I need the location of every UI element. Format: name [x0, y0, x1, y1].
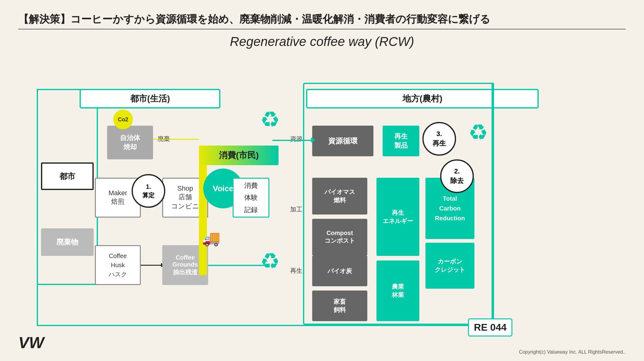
- consumption-detail-box: 消費 体験 記録: [233, 178, 269, 218]
- header-divider: [18, 29, 626, 29]
- shigen-arrow: [272, 140, 312, 141]
- rural-region-header: 地方(農村): [306, 89, 539, 108]
- main-diagram: 都市 廃棄物 都市(生活) 地方(農村) Co2 自治体 焼却 廃棄 Maker…: [18, 58, 624, 340]
- left-vertical-teal: [37, 89, 38, 325]
- animal-feed-box: 家畜 飼料: [312, 291, 367, 321]
- re-badge: RE 044: [468, 318, 512, 336]
- co2-circle: Co2: [113, 110, 133, 129]
- bio-char-box: バイオ炭: [312, 256, 367, 286]
- logo: VW: [18, 333, 44, 352]
- consumption-header-box: 消費(市民): [199, 146, 279, 165]
- sasei-label: 再生: [290, 267, 302, 275]
- circle-1-santei: 1. 算定: [132, 174, 165, 208]
- recycle-icon-bottom: ♻: [260, 248, 280, 274]
- compost-box: Compost コンポスト: [312, 219, 367, 256]
- truck-icon: 🚚: [202, 230, 220, 247]
- city-label-box: 都市: [41, 162, 94, 190]
- haiki-arrow: [153, 139, 199, 140]
- right-vertical-teal: [493, 83, 494, 325]
- circle-3-sasei: 3. 再生: [422, 122, 456, 156]
- biomass-box: バイオマス 燃料: [312, 178, 367, 215]
- sasei-seihin-box: 再生 製品: [383, 126, 419, 156]
- husk-to-grounds-arrow: [141, 265, 162, 266]
- subtitle: Regenerative coffee way (RCW): [18, 34, 626, 49]
- sasei-energy-box: 再生 エネルギー: [376, 178, 419, 256]
- shigen-label: 資源: [290, 135, 302, 143]
- copyright-footer: Copyright(c) Valueway Inc. ALL RightsRes…: [519, 349, 626, 355]
- top-teal-connector: [424, 83, 494, 84]
- coffee-husk-box: Coffee Husk ハスク: [95, 245, 141, 285]
- agriculture-box: 農業 林業: [376, 260, 419, 321]
- kako-label: 加工: [290, 205, 302, 214]
- carbon-credit-box: カーボン クレジット: [425, 243, 474, 289]
- urban-region-header: 都市(生活): [80, 89, 220, 108]
- shigen-junkan-box: 資源循環: [312, 126, 373, 156]
- recycle-icon-center: ♻: [260, 107, 280, 132]
- recycle-icon-right: ♻: [468, 120, 488, 145]
- circle-2-jokyo: 2. 除去: [440, 159, 474, 193]
- waste-label-box: 廃棄物: [41, 228, 94, 256]
- bottom-teal-connector: [37, 325, 493, 326]
- page-title: 【解決策】コーヒーかすから資源循環を始め、廃棄物削減・温暖化解消・消費者の行動変…: [18, 12, 626, 26]
- grounds-right-arrow: [208, 265, 269, 266]
- jichitai-box: 自治体 焼却: [107, 126, 153, 159]
